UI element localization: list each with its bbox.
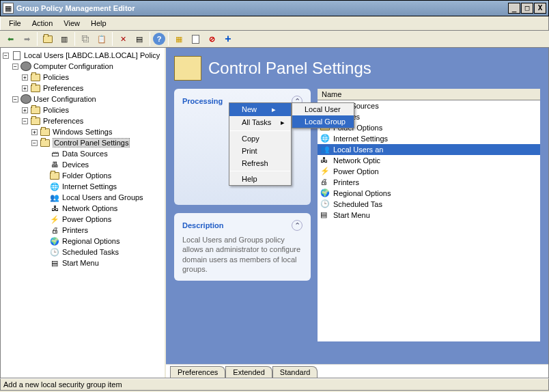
- copy-button[interactable]: ⿻: [78, 31, 93, 46]
- menu-help[interactable]: Help: [85, 18, 112, 29]
- ctx-new[interactable]: New▸: [229, 103, 291, 116]
- tree-local-users-groups[interactable]: 👥Local Users and Groups: [3, 192, 163, 203]
- tab-preferences[interactable]: Preferences: [170, 366, 225, 378]
- printers-icon: 🖨: [49, 225, 60, 235]
- tree-scheduled-tasks[interactable]: 🕒Scheduled Tasks: [3, 247, 163, 257]
- power-icon: ⚡: [320, 167, 331, 176]
- users-icon: 👥: [320, 145, 331, 154]
- tree-comp-policies[interactable]: +Policies: [3, 72, 163, 83]
- tree-folder-options[interactable]: Folder Options: [3, 170, 163, 181]
- scheduled-icon: 🕒: [49, 247, 60, 257]
- tree-control-panel-settings[interactable]: −Control Panel Settings: [3, 137, 163, 148]
- ctx-all-tasks[interactable]: All Tasks▸: [229, 116, 291, 129]
- list-item-selected[interactable]: 👥Local Users an: [318, 144, 540, 155]
- users-icon: 👥: [49, 193, 60, 202]
- submenu-arrow-icon: ▸: [272, 105, 276, 114]
- control-panel-icon: [40, 139, 50, 147]
- details-list[interactable]: Name 🗃Data Sources 🖶Devices Folder Optio…: [318, 89, 540, 341]
- forward-button[interactable]: ➡: [19, 31, 34, 46]
- add-button[interactable]: +: [221, 31, 236, 46]
- tree-data-sources[interactable]: 🗃Data Sources: [3, 148, 163, 159]
- ctx-local-user[interactable]: Local User: [292, 103, 354, 115]
- tab-standard[interactable]: Standard: [272, 366, 318, 378]
- collapse-icon[interactable]: −: [31, 140, 38, 146]
- tool-button-1[interactable]: ▦: [171, 31, 186, 46]
- tree-devices[interactable]: 🖶Devices: [3, 159, 163, 170]
- collapse-icon[interactable]: −: [3, 53, 9, 59]
- window-title: Group Policy Management Editor: [16, 4, 507, 12]
- tree-power-options[interactable]: ⚡Power Options: [3, 214, 163, 225]
- user-icon: [20, 94, 31, 104]
- expand-icon[interactable]: +: [22, 74, 28, 81]
- context-menu: New▸ All Tasks▸ Copy Print Refresh Help: [229, 102, 292, 186]
- menu-file[interactable]: File: [3, 18, 27, 29]
- internet-icon: 🌐: [320, 134, 331, 143]
- show-hide-button[interactable]: ▥: [57, 31, 72, 46]
- tree-user-config[interactable]: −User Configuration: [3, 94, 163, 104]
- expand-icon[interactable]: +: [22, 85, 28, 92]
- scheduled-icon: 🕒: [320, 199, 331, 209]
- page-title: Control Panel Settings: [208, 59, 371, 78]
- ctx-local-group[interactable]: Local Group: [292, 115, 354, 128]
- control-panel-settings-icon: [174, 56, 201, 81]
- menu-action[interactable]: Action: [27, 18, 59, 29]
- tree-regional-options[interactable]: 🌍Regional Options: [3, 236, 163, 247]
- maximize-button[interactable]: □: [521, 3, 533, 14]
- app-icon: ▦: [3, 3, 14, 14]
- context-submenu-new: Local User Local Group: [292, 102, 354, 128]
- regional-icon: 🌍: [49, 236, 60, 246]
- description-heading: Description: [182, 221, 224, 229]
- expand-icon[interactable]: +: [22, 107, 28, 113]
- tree-printers[interactable]: 🖨Printers: [3, 225, 163, 236]
- list-item[interactable]: 🌐Internet Settings: [318, 133, 540, 144]
- list-item[interactable]: ▤Start Menu: [318, 210, 540, 221]
- properties-button[interactable]: ▤: [132, 31, 147, 46]
- ctx-print[interactable]: Print: [229, 145, 291, 157]
- ctx-help[interactable]: Help: [229, 173, 291, 185]
- menu-view[interactable]: View: [58, 18, 85, 29]
- tab-extended[interactable]: Extended: [225, 366, 272, 378]
- ctx-copy[interactable]: Copy: [229, 132, 291, 145]
- toolbar: ⬅ ➡ ▥ ⿻ 📋 ✕ ▤ ? ▦ ⊘ +: [0, 30, 549, 48]
- column-header-name[interactable]: Name: [318, 89, 540, 100]
- start-menu-icon: ▤: [320, 210, 331, 220]
- minimize-button[interactable]: _: [508, 3, 520, 14]
- titlebar: ▦ Group Policy Management Editor _ □ X: [0, 0, 549, 16]
- list-item[interactable]: 🖧Network Optic: [318, 155, 540, 166]
- collapse-icon[interactable]: −: [22, 118, 28, 124]
- close-button[interactable]: X: [534, 3, 546, 14]
- collapse-icon[interactable]: −: [12, 64, 18, 70]
- help-button[interactable]: ?: [153, 33, 165, 45]
- tree-root[interactable]: −Local Users [LABDC.LAB.LOCAL] Policy: [3, 50, 163, 61]
- tree-network-options[interactable]: 🖧Network Options: [3, 203, 163, 214]
- description-text: Local Users and Groups policy allows an …: [182, 235, 302, 274]
- ctx-refresh[interactable]: Refresh: [229, 157, 291, 169]
- regional-icon: 🌍: [320, 188, 331, 198]
- up-button[interactable]: [40, 31, 55, 46]
- network-icon: 🖧: [49, 204, 60, 213]
- expand-icon[interactable]: +: [31, 129, 38, 135]
- collapse-icon[interactable]: −: [12, 96, 18, 102]
- status-bar: Add a new local security group item: [0, 378, 549, 391]
- paste-button[interactable]: 📋: [94, 31, 109, 46]
- back-button[interactable]: ⬅: [3, 31, 18, 46]
- tree-comp-prefs[interactable]: +Preferences: [3, 83, 163, 94]
- tree-pane[interactable]: −Local Users [LABDC.LAB.LOCAL] Policy −C…: [1, 48, 166, 378]
- power-icon: ⚡: [49, 214, 60, 224]
- list-item[interactable]: ⚡Power Option: [318, 166, 540, 177]
- delete-button[interactable]: ✕: [115, 31, 130, 46]
- tree-user-prefs[interactable]: −Preferences: [3, 115, 163, 126]
- tree-start-menu[interactable]: ▤Start Menu: [3, 257, 163, 268]
- chevron-up-icon[interactable]: ⌃: [292, 220, 302, 231]
- tree-computer-config[interactable]: −Computer Configuration: [3, 61, 163, 72]
- main-pane: Control Panel Settings Processing⌃ Descr…: [166, 48, 548, 378]
- tool-button-2[interactable]: [188, 31, 203, 46]
- tree-internet-settings[interactable]: 🌐Internet Settings: [3, 181, 163, 192]
- printers-icon: 🖨: [320, 178, 331, 187]
- tree-user-policies[interactable]: +Policies: [3, 104, 163, 115]
- list-item[interactable]: 🌍Regional Options: [318, 188, 540, 199]
- list-item[interactable]: 🖨Printers: [318, 177, 540, 188]
- stop-button[interactable]: ⊘: [204, 31, 219, 46]
- list-item[interactable]: 🕒Scheduled Tas: [318, 199, 540, 210]
- tree-windows-settings[interactable]: +Windows Settings: [3, 126, 163, 137]
